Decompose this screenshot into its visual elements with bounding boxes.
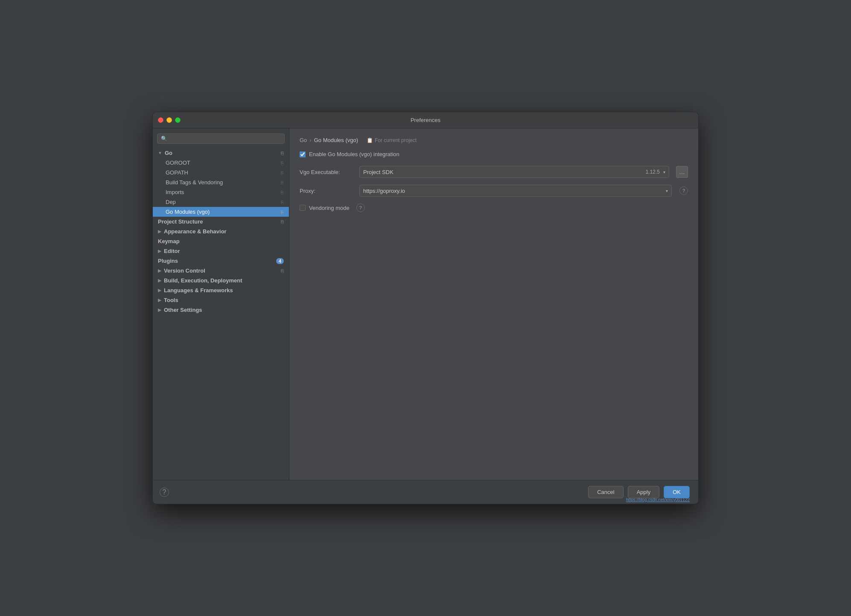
languages-arrow: ▶ — [158, 288, 161, 293]
tools-label: Tools — [164, 297, 178, 303]
gopath-label: GOPATH — [166, 169, 188, 176]
footer: ? Cancel Apply OK https://blog.csdn.net/… — [153, 480, 698, 504]
vgo-more-button[interactable]: … — [676, 166, 688, 178]
proxy-row: Proxy: https://goproxy.io ▾ ? — [300, 185, 688, 197]
other-settings-label: Other Settings — [164, 307, 202, 313]
enable-go-modules-row: Enable Go Modules (vgo) integration — [300, 151, 688, 157]
version-control-copy-icon: ⎘ — [281, 268, 284, 273]
build-tags-label: Build Tags & Vendoring — [166, 179, 223, 186]
appearance-label: Appearance & Behavior — [164, 228, 227, 235]
footer-help-button[interactable]: ? — [160, 488, 169, 497]
other-settings-arrow: ▶ — [158, 308, 161, 312]
ok-button[interactable]: OK — [664, 486, 690, 498]
for-project-icon: 📋 — [367, 137, 373, 143]
tools-arrow: ▶ — [158, 298, 161, 302]
sidebar-item-build-tags[interactable]: Build Tags & Vendoring ⎘ — [153, 177, 289, 187]
sidebar-item-dep[interactable]: Dep ⎘ — [153, 197, 289, 207]
search-input[interactable] — [157, 134, 285, 144]
breadcrumb-current: Go Modules (vgo) — [314, 137, 358, 143]
minimize-button[interactable] — [166, 117, 172, 123]
vendoring-help-button[interactable]: ? — [356, 203, 365, 212]
sidebar-item-appearance[interactable]: ▶ Appearance & Behavior — [153, 227, 289, 236]
sidebar-item-project-structure[interactable]: Project Structure ⎘ — [153, 217, 289, 227]
vgo-dropdown-arrow: ▾ — [663, 170, 665, 174]
for-project-label: For current project — [375, 137, 417, 143]
version-control-arrow: ▶ — [158, 268, 161, 273]
search-container — [153, 132, 289, 148]
proxy-value: https://goproxy.io — [363, 188, 666, 194]
project-structure-copy-icon: ⎘ — [281, 219, 284, 224]
sidebar-item-goroot[interactable]: GOROOT ⎘ — [153, 158, 289, 168]
vgo-label: Vgo Executable: — [300, 169, 355, 175]
proxy-label: Proxy: — [300, 188, 355, 194]
sidebar-item-build-exec[interactable]: ▶ Build, Execution, Deployment — [153, 276, 289, 285]
breadcrumb-root: Go — [300, 137, 307, 143]
sidebar-item-go[interactable]: ▼ Go ⎘ — [153, 148, 289, 158]
sidebar-item-go-modules[interactable]: Go Modules (vgo) ⎘ — [153, 207, 289, 217]
go-modules-label: Go Modules (vgo) — [166, 209, 210, 215]
content-panel: Go › Go Modules (vgo) 📋 For current proj… — [289, 128, 698, 480]
main-content: ▼ Go ⎘ GOROOT ⎘ GOPATH ⎘ Build Tags & Ve… — [153, 128, 698, 480]
vendoring-checkbox[interactable] — [300, 205, 306, 211]
for-project-indicator: 📋 For current project — [367, 137, 417, 143]
preferences-window: Preferences ▼ Go ⎘ GOROOT ⎘ GOPATH ⎘ — [152, 112, 699, 504]
vgo-select[interactable]: Project SDK 1.12.5 ▾ — [359, 166, 669, 178]
sidebar-item-version-control[interactable]: ▶ Version Control ⎘ — [153, 266, 289, 276]
plugins-label: Plugins — [158, 258, 178, 264]
version-control-label: Version Control — [164, 267, 205, 274]
sidebar-item-keymap[interactable]: Keymap — [153, 236, 289, 246]
sidebar-item-other-settings[interactable]: ▶ Other Settings — [153, 305, 289, 315]
apply-button[interactable]: Apply — [628, 486, 660, 498]
window-title: Preferences — [411, 117, 440, 123]
vgo-executable-row: Vgo Executable: Project SDK 1.12.5 ▾ … — [300, 166, 688, 178]
build-tags-copy-icon: ⎘ — [281, 180, 284, 185]
editor-arrow: ▶ — [158, 249, 161, 253]
traffic-lights — [158, 117, 181, 123]
gopath-copy-icon: ⎘ — [281, 170, 284, 175]
goroot-copy-icon: ⎘ — [281, 160, 284, 166]
vgo-version: 1.12.5 — [646, 169, 660, 175]
titlebar: Preferences — [153, 112, 698, 128]
proxy-dropdown-arrow: ▾ — [666, 189, 668, 193]
appearance-arrow: ▶ — [158, 229, 161, 234]
sidebar-item-editor[interactable]: ▶ Editor — [153, 246, 289, 256]
sidebar-item-languages[interactable]: ▶ Languages & Frameworks — [153, 285, 289, 295]
sidebar: ▼ Go ⎘ GOROOT ⎘ GOPATH ⎘ Build Tags & Ve… — [153, 128, 289, 480]
close-button[interactable] — [158, 117, 163, 123]
build-exec-arrow: ▶ — [158, 278, 161, 283]
editor-label: Editor — [164, 248, 180, 254]
plugins-badge: 4 — [276, 258, 284, 264]
keymap-label: Keymap — [158, 238, 180, 244]
languages-label: Languages & Frameworks — [164, 287, 233, 293]
dep-copy-icon: ⎘ — [281, 200, 284, 205]
vendoring-row: Vendoring mode ? — [300, 203, 688, 212]
enable-go-modules-checkbox[interactable] — [300, 151, 306, 157]
sidebar-item-tools[interactable]: ▶ Tools — [153, 295, 289, 305]
imports-copy-icon: ⎘ — [281, 190, 284, 195]
cancel-button[interactable]: Cancel — [588, 486, 623, 498]
sidebar-item-plugins[interactable]: Plugins 4 — [153, 256, 289, 266]
go-modules-copy-icon: ⎘ — [281, 209, 284, 215]
maximize-button[interactable] — [175, 117, 181, 123]
project-structure-label: Project Structure — [158, 218, 203, 225]
imports-label: Imports — [166, 189, 184, 195]
goroot-label: GOROOT — [166, 160, 190, 166]
vgo-value: Project SDK — [363, 169, 646, 175]
breadcrumb: Go › Go Modules (vgo) 📋 For current proj… — [300, 137, 688, 143]
sidebar-item-gopath[interactable]: GOPATH ⎘ — [153, 168, 289, 177]
dep-label: Dep — [166, 199, 176, 205]
vendoring-label: Vendoring mode — [309, 205, 350, 211]
proxy-help-button[interactable]: ? — [679, 186, 688, 195]
go-collapse-arrow: ▼ — [158, 151, 162, 155]
proxy-select[interactable]: https://goproxy.io ▾ — [359, 185, 672, 197]
breadcrumb-separator: › — [309, 137, 311, 143]
footer-link: https://blog.csdn.net/xmcy001122 — [626, 497, 690, 502]
enable-go-modules-label: Enable Go Modules (vgo) integration — [309, 151, 399, 157]
sidebar-item-imports[interactable]: Imports ⎘ — [153, 187, 289, 197]
go-copy-icon: ⎘ — [281, 151, 284, 156]
go-label: Go — [165, 150, 172, 156]
build-exec-label: Build, Execution, Deployment — [164, 277, 242, 284]
